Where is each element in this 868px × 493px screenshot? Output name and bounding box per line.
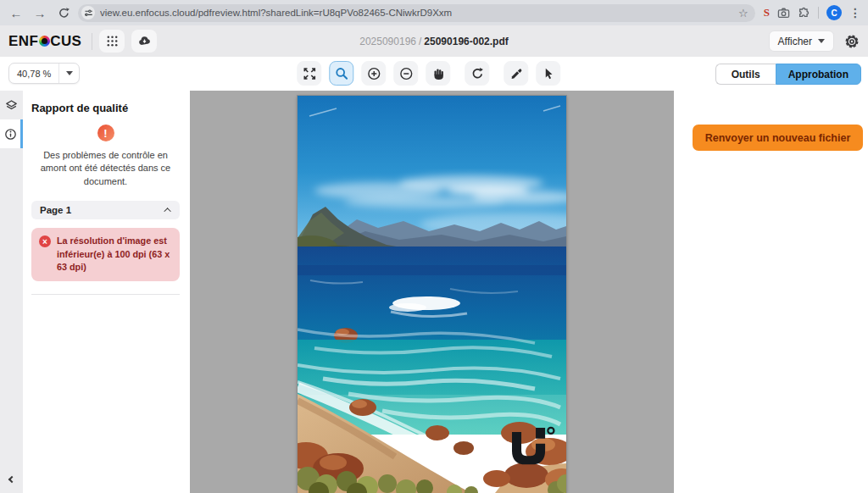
warning-icon: ! (97, 125, 114, 141)
extension-s-icon[interactable]: S (764, 6, 770, 19)
eyedropper-button[interactable] (504, 61, 528, 86)
page-section-label: Page 1 (40, 205, 71, 215)
zoom-dropdown-button[interactable] (58, 64, 79, 83)
order-id: 2025090196 (359, 36, 416, 47)
mode-switch: Outils Approbation (715, 64, 861, 85)
settings-button[interactable] (844, 34, 860, 49)
zoom-out-button[interactable] (393, 61, 418, 86)
view-menu-label: Afficher (778, 36, 812, 47)
logo-text-post: CUS (50, 33, 81, 50)
rotate-icon (470, 67, 484, 80)
extensions-icon[interactable] (798, 7, 810, 19)
puzzle-glyph (798, 7, 810, 19)
rotate-button[interactable] (465, 61, 489, 86)
title-separator: / (416, 36, 424, 47)
tab-approbation[interactable]: Approbation (776, 64, 861, 85)
browser-toolbar: ← → view.eu.enfocus.cloud/pdfreview.html… (0, 0, 868, 25)
zoom-out-icon (399, 67, 413, 80)
enfocus-logo-o-icon (39, 36, 50, 47)
screenshot-icon[interactable] (777, 7, 790, 19)
forward-icon[interactable]: → (31, 3, 49, 22)
rail-tab-info[interactable] (0, 119, 23, 148)
content-area: Rapport de qualité ! Des problèmes de co… (0, 91, 868, 493)
back-icon[interactable]: ← (7, 3, 25, 22)
header-right: Afficher (769, 30, 860, 52)
eyedropper-icon (509, 67, 523, 80)
caret-down-icon (818, 39, 825, 43)
profile-avatar[interactable]: C (826, 5, 842, 20)
app-header: ENF CUS 2025090196/25090196-002.pdf (0, 25, 868, 57)
tools-label: Outils (732, 69, 760, 80)
error-item[interactable]: × La résolution d'image est inférieur(e)… (31, 228, 180, 281)
document-title: 2025090196/25090196-002.pdf (0, 36, 868, 47)
zoom-level[interactable]: 40,78 % (9, 64, 58, 83)
enfocus-logo: ENF CUS (8, 33, 81, 50)
warning-message: Des problèmes de contrôle en amont ont é… (31, 149, 180, 188)
resend-file-button[interactable]: Renvoyer un nouveau fichier (693, 125, 863, 151)
zoom-in-button[interactable] (361, 61, 386, 86)
divider (31, 294, 180, 295)
cursor-arrow-icon (542, 67, 555, 80)
site-settings-icon[interactable] (81, 6, 95, 19)
cloud-download-button[interactable] (131, 30, 157, 53)
quality-report-panel: Rapport de qualité ! Des problèmes de co… (23, 91, 190, 493)
logo-text-pre: ENF (8, 33, 38, 50)
tool-group (297, 61, 560, 86)
caret-down-icon (66, 71, 73, 75)
approval-label: Approbation (788, 69, 849, 80)
bookmark-star-icon[interactable]: ☆ (738, 7, 748, 19)
view-menu-button[interactable]: Afficher (769, 30, 834, 52)
camera-glyph (777, 7, 790, 19)
error-message: La résolution d'image est inférieur(e) à… (57, 235, 172, 274)
beach-photo (298, 96, 566, 493)
magnifier-icon (335, 67, 348, 80)
cloud-download-icon (137, 35, 152, 47)
marquee-zoom-button[interactable] (329, 61, 353, 86)
page-section-header[interactable]: Page 1 (31, 201, 180, 219)
zoom-in-icon (367, 67, 381, 80)
apps-grid-button[interactable] (99, 30, 125, 53)
gear-icon (844, 34, 860, 49)
reload-icon[interactable] (54, 3, 73, 22)
document-canvas[interactable] (190, 91, 674, 493)
pdf-review-app: ← → view.eu.enfocus.cloud/pdfreview.html… (0, 0, 868, 493)
chevron-left-icon (8, 476, 14, 483)
fit-page-button[interactable] (297, 61, 321, 86)
hand-icon (431, 67, 445, 80)
pdf-page-preview[interactable] (298, 96, 566, 493)
sidebar-rail (0, 91, 23, 493)
zoom-control: 40,78 % (8, 63, 80, 84)
panel-title: Rapport de qualité (31, 102, 180, 114)
document-filename: 25090196-002.pdf (424, 36, 508, 47)
rail-tab-layers[interactable] (0, 91, 23, 119)
address-bar[interactable]: view.eu.enfocus.cloud/pdfreview.html?sha… (78, 4, 755, 22)
divider (818, 7, 819, 19)
info-icon (4, 128, 17, 141)
error-icon: × (39, 235, 51, 247)
divider (92, 33, 92, 50)
layers-icon (5, 99, 18, 112)
pan-button[interactable] (426, 61, 450, 86)
select-button[interactable] (536, 61, 560, 86)
url-text[interactable]: view.eu.enfocus.cloud/pdfreview.html?sha… (100, 8, 733, 18)
tab-outils[interactable]: Outils (715, 64, 776, 85)
approval-panel: Renvoyer un nouveau fichier (674, 91, 868, 493)
browser-extensions: S C ⋮ (760, 5, 861, 20)
tune-glyph (84, 8, 93, 18)
viewer-toolbar: 40,78 % (0, 57, 868, 91)
fit-screen-icon (303, 67, 316, 80)
reload-glyph (58, 7, 70, 19)
grid-icon (106, 35, 119, 47)
collapse-sidebar-button[interactable] (0, 471, 23, 488)
browser-menu-icon[interactable]: ⋮ (849, 6, 861, 19)
chevron-up-icon (164, 208, 170, 214)
